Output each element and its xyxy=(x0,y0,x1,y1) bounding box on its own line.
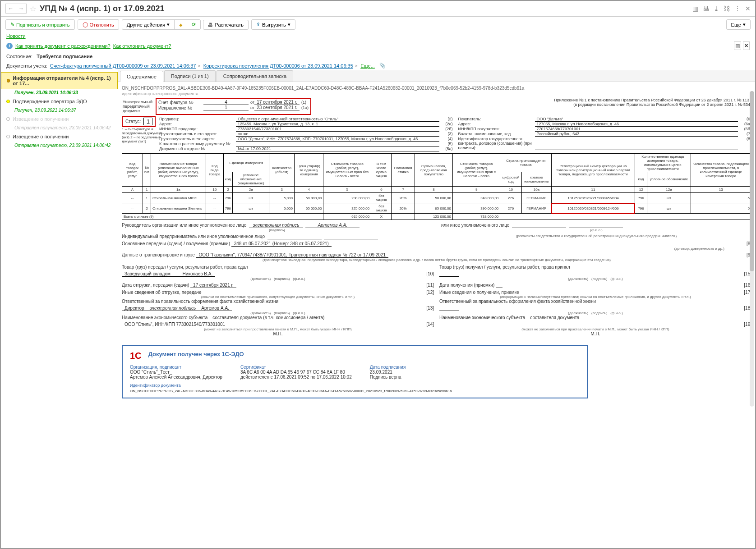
status-dot-icon xyxy=(7,79,10,82)
doc-link-invoice[interactable]: Счет-фактура полученный ДТ00-000009 от 2… xyxy=(50,63,196,69)
refresh-button[interactable]: ⟳ xyxy=(187,19,201,30)
export-button[interactable]: ⇪Выгрузить ▾ xyxy=(251,19,295,30)
panel-list-icon[interactable]: ▤ xyxy=(734,41,741,50)
doc-remove-icon[interactable]: × xyxy=(198,63,200,69)
sidebar-item-receipt-disabled: Извещение о получении xyxy=(1,114,118,124)
help-link-discrepancies[interactable]: Как принять документ с расхождениями? xyxy=(15,43,111,49)
upload-icon: ⇪ xyxy=(256,22,260,27)
upd-label: Универсальный передаточный документ xyxy=(122,98,156,115)
export-icon[interactable]: ⤓ xyxy=(714,5,719,12)
nav-forward[interactable]: → xyxy=(16,4,27,14)
refresh-icon: ⟳ xyxy=(192,22,196,27)
other-actions-button[interactable]: Другие действия ▾ xyxy=(122,19,175,30)
sidebar-item-receipt[interactable]: Извещение о получении xyxy=(1,131,118,142)
tree-icon-button[interactable]: ♣ xyxy=(174,19,187,30)
sidebar-item-sender-info[interactable]: Информация отправителя № 4 (испр. 1) от … xyxy=(1,72,118,89)
docs-label: Документы учета: xyxy=(6,63,47,69)
stop-icon: ◯ xyxy=(83,22,88,27)
doc-more-link[interactable]: Еще... xyxy=(360,63,375,69)
news-link[interactable]: Новости xyxy=(1,32,755,40)
window-title: УПД № 4 (испр. 1) от 17.09.2021 xyxy=(40,4,692,14)
explorer-icon[interactable]: ▥ xyxy=(692,5,698,12)
status-input xyxy=(143,118,152,125)
tree-icon: ♣ xyxy=(179,22,182,27)
help-link-reject[interactable]: Как отклонить документ? xyxy=(113,43,171,49)
printer-icon: 🖶 xyxy=(208,22,213,27)
1c-logo-icon: 1С xyxy=(130,351,142,361)
link-icon[interactable]: ⛓ xyxy=(724,5,730,12)
status-dot-icon xyxy=(6,117,10,121)
sidebar-sub: Получен, 23.09.2021 14:06:33 xyxy=(1,89,118,96)
table-row: --2Стиральная машина Siemens--796шт5,000… xyxy=(122,203,751,214)
invoice-header-box: Счет-фактура №4от17 сентября 2021 г.(1) … xyxy=(156,98,311,115)
tab-note[interactable]: Сопроводительная записка xyxy=(217,70,293,82)
sign-send-button[interactable]: ✎Подписать и отправить xyxy=(5,19,75,30)
state-row: Состояние: Требуется подписание xyxy=(1,52,755,61)
scrollbar-thumb[interactable] xyxy=(750,91,754,271)
doc-id: ON_NSCHFDOPPRPROS_2AL-ABBDE306-BD49-4A87… xyxy=(122,86,751,91)
favorite-star-icon[interactable]: ☆ xyxy=(30,5,36,13)
status-dot-icon xyxy=(6,100,10,103)
sidebar-sub: Отправлен получателю, 23.09.2021 14:06:4… xyxy=(1,124,118,131)
attachment-icon: 📎 xyxy=(379,63,386,69)
document-body: ON_NSCHFDOPPRPROS_2AL-ABBDE306-BD49-4A87… xyxy=(118,82,755,545)
sidebar: Информация отправителя № 4 (испр. 1) от … xyxy=(1,70,118,545)
status-box: Статус: xyxy=(122,116,156,127)
sidebar-sub: Отправлен получателю, 23.09.2021 14:06:4… xyxy=(1,142,118,149)
panel-close-icon[interactable]: ✕ xyxy=(743,41,750,50)
nav-back[interactable]: ← xyxy=(5,4,16,14)
table-row: --1Стиральная машина Miele--796шт5,00058… xyxy=(122,193,751,203)
info-icon: i xyxy=(6,43,13,49)
tab-content[interactable]: Содержимое xyxy=(120,71,163,82)
tab-signatures[interactable]: Подписи (1 из 1) xyxy=(164,70,216,82)
doc-link-correction[interactable]: Корректировка поступления ДТ00-000006 от… xyxy=(203,63,353,69)
scrollbar[interactable] xyxy=(750,91,754,407)
kebab-menu-icon[interactable]: ⋮ xyxy=(734,5,741,12)
sidebar-item-edo-confirm[interactable]: Подтверждение оператора ЭДО xyxy=(1,96,118,107)
regulation-note: Приложение № 1 к постановлению Правитель… xyxy=(554,98,751,115)
items-table: Код товара/ работ, услуг № п/п Наименова… xyxy=(122,153,751,220)
pencil-icon: ✎ xyxy=(10,22,14,27)
edo-stamp: 1С Документ получен через 1С-ЭДО Организ… xyxy=(122,345,588,398)
more-button[interactable]: Еще ▾ xyxy=(726,19,751,30)
sidebar-sub: Получен, 23.09.2021 14:06:37 xyxy=(1,107,118,114)
print-icon[interactable]: 🖶 xyxy=(703,5,709,12)
reject-button[interactable]: ◯Отклонить xyxy=(78,19,119,30)
close-icon[interactable]: ✕ xyxy=(745,5,751,12)
status-dot-icon xyxy=(6,135,10,138)
doc-remove-icon-2[interactable]: × xyxy=(355,63,358,69)
print-button[interactable]: 🖶Распечатать xyxy=(203,20,248,30)
